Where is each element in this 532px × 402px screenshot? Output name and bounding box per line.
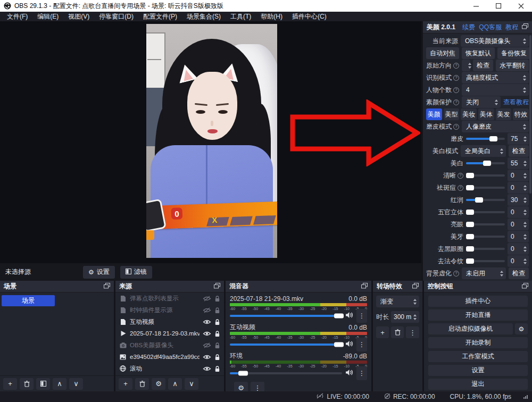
- blemish-value-box[interactable]: 0: [508, 182, 529, 194]
- tutorial-link[interactable]: 教程: [505, 23, 518, 32]
- help-icon[interactable]: [453, 75, 459, 81]
- teeth-slider[interactable]: [466, 236, 505, 238]
- source-filters-button[interactable]: 滤镜: [120, 266, 152, 279]
- help-icon[interactable]: [453, 124, 459, 130]
- scene-move-down-button[interactable]: ∨: [69, 378, 83, 390]
- restore-default-button[interactable]: 恢复默认: [462, 47, 495, 59]
- visibility-visible-icon[interactable]: [203, 331, 211, 337]
- visibility-hidden-icon[interactable]: [203, 342, 211, 348]
- scene-item-selected[interactable]: 场景: [2, 295, 55, 306]
- person-count-stepper[interactable]: 4: [462, 84, 529, 96]
- help-icon[interactable]: [453, 99, 459, 105]
- orientation-check-button[interactable]: 检查: [473, 60, 493, 71]
- clarity-slider[interactable]: [466, 174, 505, 177]
- start-streaming-button[interactable]: 开始直播: [428, 309, 528, 321]
- remove-source-button[interactable]: [135, 378, 149, 390]
- close-button[interactable]: [510, 0, 532, 12]
- menu-item[interactable]: 帮助(H): [256, 12, 287, 21]
- speaker-icon[interactable]: [345, 340, 353, 349]
- tab-makeup[interactable]: 美妆: [461, 108, 477, 120]
- studio-mode-button[interactable]: 工作室模式: [428, 351, 528, 362]
- tab-hair[interactable]: 美发: [496, 108, 512, 120]
- current-source-dropdown[interactable]: OBS美颜摄像头: [461, 35, 529, 47]
- track-menu-button[interactable]: ⋮: [356, 338, 367, 351]
- add-scene-button[interactable]: +: [3, 378, 17, 390]
- menu-item[interactable]: 场景集合(S): [182, 12, 226, 21]
- remove-scene-button[interactable]: [20, 378, 34, 390]
- lock-icon[interactable]: [214, 307, 220, 314]
- start-recording-button[interactable]: 开始录制: [428, 337, 528, 348]
- help-icon[interactable]: [453, 271, 459, 277]
- autofocus-button[interactable]: 自动对焦: [426, 47, 459, 59]
- volume-slider[interactable]: [230, 315, 342, 317]
- menu-item[interactable]: 视图(V): [63, 12, 94, 21]
- bright-eyes-value-box[interactable]: 0: [508, 219, 529, 230]
- source-properties-button[interactable]: ⚙ 设置: [83, 266, 115, 279]
- smooth-slider[interactable]: [466, 138, 505, 140]
- tab-beauty[interactable]: 美颜: [426, 108, 442, 120]
- popout-icon[interactable]: [522, 23, 528, 31]
- visibility-hidden-icon[interactable]: [203, 296, 211, 302]
- dark-circles-value-box[interactable]: 0: [508, 243, 529, 255]
- source-row[interactable]: e394502df49aa5fc2a99cd2e7c: [115, 351, 224, 363]
- transition-type-dropdown[interactable]: 渐变: [376, 296, 419, 307]
- renew-link[interactable]: 续费: [462, 23, 475, 32]
- remove-transition-button[interactable]: [391, 326, 404, 338]
- popout-icon[interactable]: [214, 283, 220, 290]
- menu-item[interactable]: 插件中心(C): [287, 12, 331, 21]
- lock-icon[interactable]: [214, 319, 220, 325]
- source-move-up-button[interactable]: ∧: [168, 378, 182, 390]
- scene-filters-button[interactable]: [36, 378, 50, 390]
- duration-stepper[interactable]: 300 ms: [391, 311, 419, 323]
- lock-icon[interactable]: [214, 342, 220, 349]
- smooth-value-box[interactable]: 75: [508, 133, 529, 145]
- lock-icon[interactable]: [214, 365, 220, 372]
- whiten-value-box[interactable]: 55: [508, 157, 529, 169]
- source-properties-gear-button[interactable]: ⚙: [152, 378, 165, 390]
- whiten-mode-dropdown[interactable]: 全局美白: [461, 145, 506, 157]
- menu-item[interactable]: 编辑(E): [32, 12, 63, 21]
- lock-icon[interactable]: [214, 330, 220, 337]
- add-transition-button[interactable]: +: [376, 326, 389, 338]
- start-virtual-camera-button[interactable]: 启动虚拟摄像机: [428, 323, 513, 334]
- source-row[interactable]: OBS美颜摄像头: [115, 339, 224, 351]
- source-row[interactable]: 弹幕点歌列表显示: [115, 292, 224, 304]
- blemish-slider[interactable]: [466, 187, 505, 189]
- background-blur-check-button[interactable]: 检查: [509, 267, 529, 279]
- settings-button[interactable]: 设置: [428, 365, 528, 376]
- popout-icon[interactable]: [522, 283, 528, 290]
- background-blur-dropdown[interactable]: 未启用: [462, 267, 506, 279]
- mixer-menu-button[interactable]: ⋮: [251, 382, 264, 391]
- tab-effects[interactable]: 特效: [513, 108, 529, 120]
- minimize-button[interactable]: [465, 0, 487, 12]
- popout-icon[interactable]: [412, 283, 419, 290]
- exit-button[interactable]: 退出: [428, 379, 528, 390]
- qq-support-link[interactable]: QQ客服: [479, 23, 502, 32]
- dark-circles-slider[interactable]: [466, 248, 505, 250]
- menu-item[interactable]: 配置文件(P): [138, 12, 182, 21]
- teeth-value-box[interactable]: 0: [508, 231, 529, 242]
- lock-icon[interactable]: [214, 354, 220, 361]
- bareface-protect-dropdown[interactable]: 关闭: [462, 96, 501, 108]
- view-tutorial-link[interactable]: 查看教程: [503, 98, 529, 107]
- whiten-check-button[interactable]: 检查: [509, 145, 529, 157]
- visibility-visible-icon[interactable]: [203, 354, 211, 360]
- volume-slider[interactable]: [230, 372, 342, 374]
- recognition-dropdown[interactable]: 高精度模式: [462, 72, 529, 83]
- horizontal-flip-button[interactable]: 水平翻转: [496, 60, 529, 71]
- menu-item[interactable]: 停靠窗口(D): [94, 12, 138, 21]
- volume-slider[interactable]: [230, 344, 342, 346]
- track-menu-button[interactable]: ⋮: [356, 309, 367, 323]
- visibility-visible-icon[interactable]: [203, 319, 211, 325]
- source-row[interactable]: 时钟插件显示源: [115, 304, 224, 316]
- visibility-visible-icon[interactable]: [203, 366, 211, 372]
- add-source-button[interactable]: +: [119, 378, 132, 390]
- transition-menu-button[interactable]: ⋮: [406, 326, 419, 338]
- tab-body[interactable]: 美体: [478, 108, 494, 120]
- virtual-camera-settings-button[interactable]: ⚙: [515, 323, 528, 334]
- rosy-value-box[interactable]: 30: [508, 194, 529, 206]
- whiten-slider[interactable]: [466, 162, 505, 164]
- bright-eyes-slider[interactable]: [466, 223, 505, 225]
- lock-icon[interactable]: [214, 295, 220, 302]
- nasolabial-value-box[interactable]: 0: [508, 255, 529, 267]
